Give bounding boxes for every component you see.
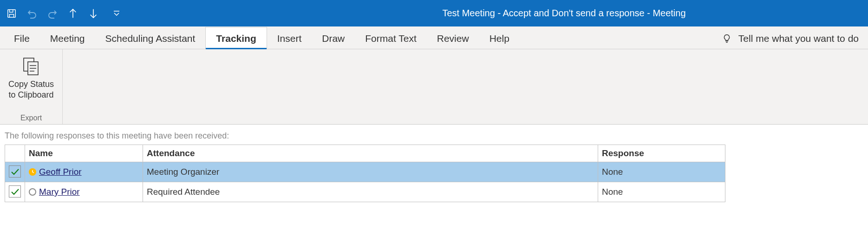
chevron-down-bar-icon xyxy=(113,10,120,17)
save-button[interactable] xyxy=(6,7,18,20)
tell-me-placeholder: Tell me what you want to do xyxy=(738,33,859,44)
copy-status-to-clipboard-button[interactable]: Copy Status to Clipboard xyxy=(6,53,57,112)
row-response-cell: None xyxy=(598,162,725,182)
col-header-check[interactable] xyxy=(5,145,25,162)
table-row[interactable]: Geoff Prior Meeting Organizer None xyxy=(5,162,725,182)
col-header-response[interactable]: Response xyxy=(598,145,725,162)
row-checkbox-cell[interactable] xyxy=(5,162,25,182)
tracking-table: Name Attendance Response Geoff Pri xyxy=(5,145,725,202)
attendee-name-link[interactable]: Mary Prior xyxy=(39,187,80,197)
tab-help[interactable]: Help xyxy=(479,27,520,49)
presence-away-icon xyxy=(29,168,36,176)
arrow-down-icon xyxy=(88,7,98,20)
copy-status-label: Copy Status to Clipboard xyxy=(8,79,54,100)
tab-format-text[interactable]: Format Text xyxy=(355,27,426,49)
ribbon: Copy Status to Clipboard Export xyxy=(0,49,868,125)
presence-offline-icon xyxy=(29,188,36,196)
col-header-name[interactable]: Name xyxy=(25,145,143,162)
quick-access-toolbar xyxy=(6,7,123,20)
tab-meeting[interactable]: Meeting xyxy=(40,27,95,49)
tab-review[interactable]: Review xyxy=(427,27,479,49)
previous-item-button[interactable] xyxy=(67,7,79,20)
row-checkbox-cell[interactable] xyxy=(5,182,25,202)
tab-draw[interactable]: Draw xyxy=(312,27,355,49)
lightbulb-icon xyxy=(722,33,732,44)
col-header-attendance[interactable]: Attendance xyxy=(143,145,598,162)
row-name-cell: Geoff Prior xyxy=(25,162,143,182)
row-response-cell: None xyxy=(598,182,725,202)
copy-icon xyxy=(20,56,42,77)
save-icon xyxy=(7,8,17,19)
undo-icon xyxy=(26,8,38,19)
title-bar: Test Meeting - Accept and Don't send a r… xyxy=(0,0,868,26)
row-attendance-cell: Meeting Organizer xyxy=(143,162,598,182)
row-attendance-cell: Required Attendee xyxy=(143,182,598,202)
row-name-cell: Mary Prior xyxy=(25,182,143,202)
arrow-up-icon xyxy=(68,7,78,20)
tracking-content: The following responses to this meeting … xyxy=(0,125,868,202)
redo-button[interactable] xyxy=(46,7,59,20)
responses-info-text: The following responses to this meeting … xyxy=(5,131,863,141)
tab-file[interactable]: File xyxy=(4,27,40,49)
window-title: Test Meeting - Accept and Don't send a r… xyxy=(442,8,685,19)
ribbon-tabs: File Meeting Scheduling Assistant Tracki… xyxy=(0,26,868,49)
next-item-button[interactable] xyxy=(87,7,99,20)
svg-rect-0 xyxy=(8,9,16,17)
checkbox-icon xyxy=(9,185,21,198)
customize-quick-access-button[interactable] xyxy=(111,7,123,20)
ribbon-group-export-label: Export xyxy=(20,112,42,122)
tab-insert[interactable]: Insert xyxy=(267,27,312,49)
tell-me-search[interactable]: Tell me what you want to do xyxy=(712,28,868,49)
tab-tracking[interactable]: Tracking xyxy=(205,27,267,49)
table-row[interactable]: Mary Prior Required Attendee None xyxy=(5,182,725,202)
tab-scheduling-assistant[interactable]: Scheduling Assistant xyxy=(95,27,206,49)
checkbox-icon xyxy=(9,165,21,178)
redo-icon xyxy=(47,8,58,19)
attendee-name-link[interactable]: Geoff Prior xyxy=(39,167,82,177)
ribbon-group-export: Copy Status to Clipboard Export xyxy=(0,49,63,124)
undo-button[interactable] xyxy=(26,7,38,20)
table-header-row: Name Attendance Response xyxy=(5,145,725,162)
